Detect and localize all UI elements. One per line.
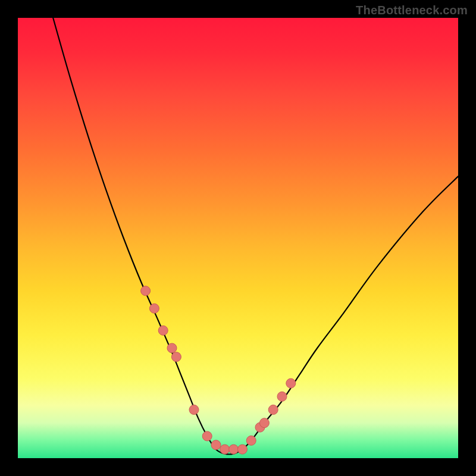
curve-marker — [149, 303, 159, 313]
curve-marker — [220, 444, 230, 454]
curve-layer — [18, 18, 458, 458]
curve-marker — [277, 392, 287, 401]
curve-marker — [189, 405, 199, 415]
curve-marker — [259, 418, 269, 428]
curve-marker — [286, 378, 296, 388]
curve-marker — [211, 440, 221, 450]
curve-marker — [268, 405, 278, 415]
curve-marker — [141, 286, 151, 296]
curve-marker — [202, 431, 212, 441]
chart-frame: TheBottleneck.com — [0, 0, 476, 476]
curve-marker — [167, 343, 177, 353]
marker-group — [141, 286, 296, 454]
plot-area — [18, 18, 458, 458]
curve-marker — [229, 444, 239, 454]
watermark-text: TheBottleneck.com — [356, 4, 468, 17]
curve-marker — [171, 352, 181, 362]
curve-marker — [158, 325, 168, 335]
curve-marker — [237, 444, 247, 454]
curve-marker — [246, 436, 256, 445]
bottleneck-curve — [53, 18, 458, 455]
